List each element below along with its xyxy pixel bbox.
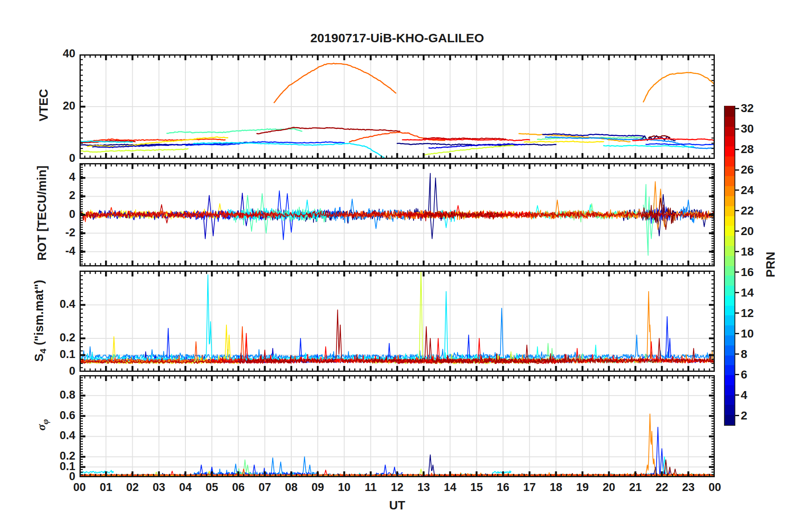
x-tick-label: 18 bbox=[542, 482, 570, 493]
figure-title: 20190717-UiB-KHO-GALILEO bbox=[80, 31, 715, 45]
x-tick-label: 07 bbox=[251, 482, 279, 493]
colorbar-block bbox=[725, 345, 734, 355]
colorbar-block bbox=[725, 355, 734, 365]
colorbar-block bbox=[725, 375, 734, 385]
y-tick-label: 0.4 bbox=[47, 430, 75, 441]
y-tick-label: 0 bbox=[47, 471, 75, 482]
colorbar-tick-label: 32 bbox=[741, 102, 754, 114]
colorbar-block bbox=[725, 215, 734, 226]
colorbar-tick bbox=[735, 374, 739, 375]
x-tick-label: 12 bbox=[383, 482, 411, 493]
x-tick-label: 14 bbox=[436, 482, 465, 493]
y-tick-label: 0.2 bbox=[47, 332, 75, 343]
colorbar-block bbox=[725, 136, 734, 146]
colorbar-tick bbox=[735, 292, 739, 293]
panel-sigmaphi-plot bbox=[80, 375, 715, 477]
colorbar-tick bbox=[735, 169, 739, 171]
colorbar-block bbox=[725, 315, 734, 325]
y-tick-label: 0.6 bbox=[47, 410, 75, 421]
colorbar-block bbox=[725, 305, 734, 315]
colorbar-block bbox=[725, 394, 734, 405]
colorbar-block bbox=[725, 275, 734, 286]
colorbar-tick bbox=[735, 108, 739, 109]
x-tick-label: 13 bbox=[409, 482, 438, 493]
colorbar-block bbox=[725, 176, 734, 186]
panel-vtec-plot bbox=[80, 54, 715, 159]
x-tick-label: 20 bbox=[595, 482, 623, 493]
colorbar-block bbox=[725, 295, 734, 305]
colorbar-tick-label: 28 bbox=[741, 143, 754, 155]
x-tick-label: 00 bbox=[65, 482, 94, 493]
y-tick-label: 0.8 bbox=[47, 389, 75, 401]
x-tick-label: 21 bbox=[621, 482, 650, 493]
colorbar-block bbox=[725, 106, 734, 116]
colorbar-block bbox=[725, 255, 734, 266]
x-tick-label: 04 bbox=[171, 482, 200, 493]
colorbar-tick-label: 26 bbox=[741, 164, 754, 176]
colorbar-block bbox=[725, 146, 734, 156]
colorbar-block bbox=[725, 245, 734, 256]
x-tick-label: 11 bbox=[357, 482, 385, 493]
y-tick-label: 4 bbox=[47, 171, 75, 183]
x-tick-label: 09 bbox=[303, 482, 332, 493]
colorbar-tick bbox=[735, 189, 739, 191]
x-tick-label: 08 bbox=[277, 482, 306, 493]
colorbar-block bbox=[725, 404, 734, 415]
colorbar-block bbox=[725, 384, 734, 395]
y-tick-label: 0.1 bbox=[47, 461, 75, 472]
colorbar-tick-label: 12 bbox=[741, 307, 754, 319]
colorbar-tick-label: 20 bbox=[741, 225, 754, 237]
y-tick-label: 2 bbox=[47, 190, 75, 201]
colorbar-block bbox=[725, 235, 734, 246]
panel-rot-plot bbox=[80, 163, 715, 266]
x-tick-label: 05 bbox=[198, 482, 226, 493]
x-tick-label: 23 bbox=[674, 482, 703, 493]
colorbar-tick-label: 30 bbox=[741, 123, 754, 135]
prn-colorbar bbox=[724, 106, 735, 426]
colorbar-tick-label: 24 bbox=[741, 184, 754, 196]
y-tick-label: 0.4 bbox=[47, 299, 75, 310]
colorbar-block bbox=[725, 265, 734, 276]
colorbar-block bbox=[725, 335, 734, 345]
colorbar-block bbox=[725, 156, 734, 166]
y-tick-label: 0 bbox=[47, 209, 75, 220]
colorbar-block bbox=[725, 285, 734, 296]
scintillation-figure: 20190717-UiB-KHO-GALILEO VTEC ROT [TECU/… bbox=[0, 0, 796, 532]
colorbar-tick bbox=[735, 271, 739, 273]
colorbar-tick-label: 10 bbox=[741, 328, 754, 340]
y-tick-label: 0 bbox=[47, 153, 75, 164]
colorbar-tick bbox=[735, 230, 739, 232]
colorbar-tick bbox=[735, 353, 739, 355]
colorbar-tick-label: 8 bbox=[741, 348, 747, 360]
x-tick-label: 22 bbox=[648, 482, 676, 493]
colorbar-block bbox=[725, 414, 734, 425]
colorbar-block bbox=[725, 365, 734, 375]
colorbar-tick-label: 14 bbox=[741, 287, 754, 299]
y-tick-label: -2 bbox=[47, 227, 75, 238]
x-tick-label: 01 bbox=[92, 482, 120, 493]
colorbar-tick bbox=[735, 394, 739, 396]
x-tick-label: 15 bbox=[462, 482, 491, 493]
colorbar-block bbox=[725, 126, 734, 136]
x-tick-label: 17 bbox=[515, 482, 544, 493]
x-axis-label: UT bbox=[80, 499, 715, 512]
colorbar-tick bbox=[735, 415, 739, 416]
colorbar-tick-label: 2 bbox=[741, 410, 747, 422]
x-tick-label: 02 bbox=[118, 482, 147, 493]
colorbar-tick bbox=[735, 251, 739, 252]
colorbar-block bbox=[725, 205, 734, 216]
colorbar-block bbox=[725, 186, 734, 196]
colorbar-tick bbox=[735, 312, 739, 314]
y-tick-label: 0.1 bbox=[47, 349, 75, 360]
colorbar-block bbox=[725, 196, 734, 206]
panel-s4-plot bbox=[80, 271, 715, 372]
y-tick-label: 0 bbox=[47, 366, 75, 377]
colorbar-tick-label: 22 bbox=[741, 205, 754, 217]
colorbar-tick-label: 16 bbox=[741, 266, 754, 278]
colorbar-tick bbox=[735, 210, 739, 211]
colorbar-tick bbox=[735, 333, 739, 334]
colorbar-block bbox=[725, 325, 734, 335]
x-tick-label: 10 bbox=[330, 482, 359, 493]
y-tick-label: 20 bbox=[47, 100, 75, 112]
y-tick-label: -4 bbox=[47, 246, 75, 257]
